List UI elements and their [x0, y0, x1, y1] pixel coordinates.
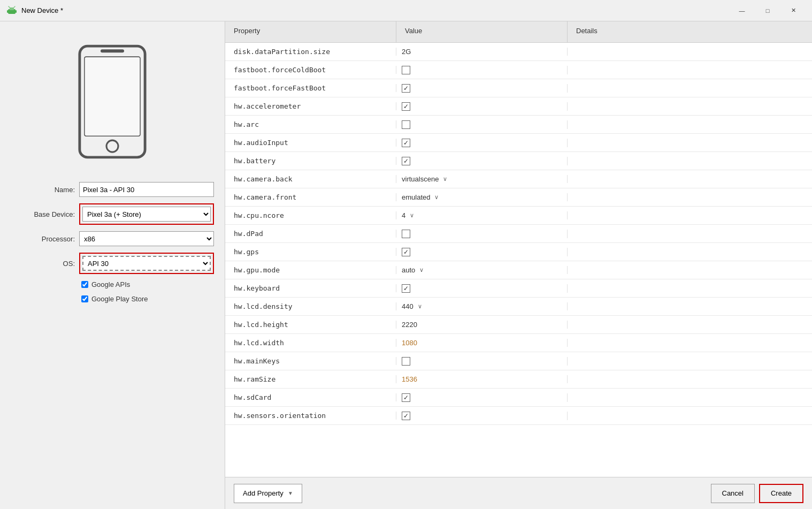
table-footer: Add Property ▼ Cancel Create [225, 477, 812, 509]
checkbox-accelerometer[interactable] [402, 102, 410, 111]
header-details: Details [568, 21, 812, 42]
val-camera-back[interactable]: virtualscene ∨ [396, 175, 568, 183]
val-sensors-orientation[interactable] [396, 412, 568, 420]
table-row: disk.dataPartition.size 2G [225, 43, 812, 61]
table-row: hw.lcd.width 1080 [225, 334, 812, 352]
processor-select[interactable]: x86 [79, 231, 214, 246]
prop-ram-size: hw.ramSize [225, 375, 396, 383]
prop-camera-front: hw.camera.front [225, 193, 396, 201]
table-header: Property Value Details [225, 21, 812, 43]
svg-rect-5 [16, 10, 17, 13]
table-body: disk.dataPartition.size 2G fastboot.forc… [225, 43, 812, 477]
base-device-label: Base Device: [21, 210, 75, 218]
val-camera-front[interactable]: emulated ∨ [396, 193, 568, 201]
table-row: hw.gpu.mode auto ∨ [225, 261, 812, 279]
processor-label: Processor: [21, 235, 75, 243]
checkbox-arc[interactable] [402, 120, 410, 129]
table-row: hw.cpu.ncore 4 ∨ [225, 207, 812, 225]
val-arc[interactable] [396, 120, 568, 129]
val-audio-input[interactable] [396, 139, 568, 147]
table-row: hw.ramSize 1536 [225, 370, 812, 389]
val-dpad[interactable] [396, 230, 568, 238]
table-row: hw.lcd.density 440 ∨ [225, 298, 812, 316]
val-accelerometer[interactable] [396, 102, 568, 111]
checkbox-main-keys[interactable] [402, 357, 410, 366]
prop-camera-back: hw.camera.back [225, 175, 396, 183]
checkbox-keyboard[interactable] [402, 284, 410, 293]
base-device-highlight: Pixel 3a (+ Store) [79, 203, 214, 225]
name-row: Name: [21, 182, 214, 197]
os-select[interactable]: API 30 [82, 256, 211, 271]
table-row: hw.keyboard [225, 279, 812, 298]
val-keyboard[interactable] [396, 284, 568, 293]
val-lcd-density[interactable]: 440 ∨ [396, 302, 568, 310]
table-row: fastboot.forceFastBoot [225, 79, 812, 97]
os-label: OS: [21, 260, 75, 268]
val-gpu-mode[interactable]: auto ∨ [396, 266, 568, 274]
table-row: hw.camera.back virtualscene ∨ [225, 170, 812, 188]
val-battery[interactable] [396, 157, 568, 165]
google-play-row: Google Play Store [21, 295, 214, 303]
google-play-checkbox[interactable] [81, 295, 88, 302]
add-property-button[interactable]: Add Property ▼ [234, 484, 302, 503]
checkbox-audio-input[interactable] [402, 139, 410, 147]
checkbox-gps[interactable] [402, 248, 410, 256]
google-apis-row: Google APIs [21, 280, 214, 288]
table-row: hw.sdCard [225, 389, 812, 407]
camera-back-arrow[interactable]: ∨ [443, 176, 447, 183]
val-force-fast[interactable] [396, 84, 568, 93]
checkbox-force-cold[interactable] [402, 66, 410, 74]
val-lcd-height: 2220 [396, 321, 568, 329]
prop-force-cold: fastboot.forceColdBoot [225, 66, 396, 74]
checkbox-force-fast[interactable] [402, 84, 410, 93]
val-sd-card[interactable] [396, 393, 568, 402]
name-input[interactable] [79, 182, 214, 197]
val-lcd-width: 1080 [396, 339, 568, 347]
prop-main-keys: hw.mainKeys [225, 357, 396, 365]
prop-lcd-density: hw.lcd.density [225, 302, 396, 310]
svg-rect-4 [7, 10, 8, 13]
action-buttons: Cancel Create [711, 484, 804, 503]
prop-disk-data: disk.dataPartition.size [225, 48, 396, 56]
prop-audio-input: hw.audioInput [225, 139, 396, 147]
svg-rect-9 [101, 49, 124, 52]
prop-battery: hw.battery [225, 157, 396, 165]
processor-row: Processor: x86 [21, 231, 214, 246]
checkbox-battery[interactable] [402, 157, 410, 165]
camera-back-value: virtualscene [402, 175, 439, 183]
table-row: hw.arc [225, 116, 812, 134]
minimize-button[interactable]: — [730, 3, 754, 19]
lcd-density-arrow[interactable]: ∨ [418, 303, 422, 310]
val-main-keys[interactable] [396, 357, 568, 366]
svg-rect-1 [10, 7, 14, 10]
val-cpu-ncore[interactable]: 4 ∨ [396, 211, 568, 219]
val-gps[interactable] [396, 248, 568, 256]
cpu-ncore-arrow[interactable]: ∨ [410, 212, 414, 219]
prop-cpu-ncore: hw.cpu.ncore [225, 211, 396, 219]
maximize-button[interactable]: □ [755, 3, 780, 19]
close-button[interactable]: ✕ [781, 3, 806, 19]
svg-line-2 [9, 6, 10, 7]
cancel-button[interactable]: Cancel [711, 484, 755, 503]
cpu-ncore-value: 4 [402, 211, 405, 219]
checkbox-sd-card[interactable] [402, 393, 410, 402]
checkbox-dpad[interactable] [402, 230, 410, 238]
google-apis-label: Google APIs [91, 280, 130, 288]
svg-line-3 [14, 6, 15, 7]
google-apis-checkbox[interactable] [81, 281, 88, 288]
add-property-label: Add Property [243, 489, 284, 497]
table-row: hw.battery [225, 152, 812, 170]
right-panel: Property Value Details disk.dataPartitio… [225, 21, 812, 509]
val-force-cold[interactable] [396, 66, 568, 74]
window-title: New Device * [21, 6, 730, 14]
base-device-select[interactable]: Pixel 3a (+ Store) [82, 207, 211, 222]
svg-rect-8 [85, 57, 140, 136]
os-highlight: API 30 [79, 253, 214, 274]
camera-front-arrow[interactable]: ∨ [434, 194, 439, 201]
create-button[interactable]: Create [759, 484, 803, 503]
gpu-mode-arrow[interactable]: ∨ [419, 267, 424, 274]
camera-front-value: emulated [402, 193, 430, 201]
checkbox-sensors-orientation[interactable] [402, 412, 410, 420]
left-panel: Name: Base Device: Pixel 3a (+ Store) Pr… [0, 21, 225, 509]
table-row: hw.lcd.height 2220 [225, 316, 812, 334]
